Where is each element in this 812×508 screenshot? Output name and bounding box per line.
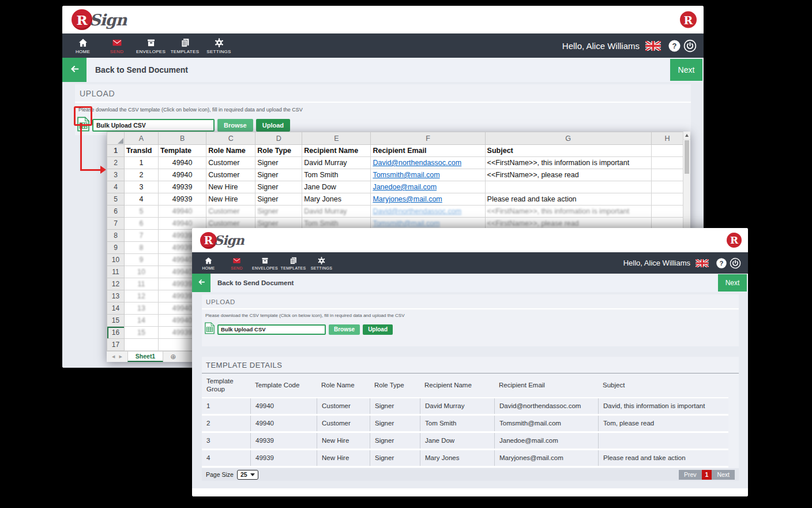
sheet-cell[interactable]: 6 xyxy=(125,218,159,230)
scrollbar-up-icon[interactable] xyxy=(683,132,690,140)
next-page-button[interactable]: Next xyxy=(712,470,735,480)
column-header-C[interactable]: C xyxy=(206,132,255,145)
sheet-cell[interactable]: 49940 xyxy=(159,206,206,218)
row-header-3[interactable]: 3 xyxy=(107,169,125,181)
sheet-cell[interactable]: 49940 xyxy=(159,157,206,169)
sheet-cell[interactable]: <<FirstName>>, this information is impor… xyxy=(485,206,651,218)
scrollbar-thumb[interactable] xyxy=(685,140,689,174)
column-header-D[interactable]: D xyxy=(255,132,302,145)
power-icon[interactable] xyxy=(683,39,697,53)
uk-flag-icon[interactable] xyxy=(696,259,709,267)
back-button[interactable] xyxy=(192,274,210,292)
sheet-cell[interactable]: Signer xyxy=(255,193,302,206)
column-header-B[interactable]: B xyxy=(159,132,206,145)
sheet-cell[interactable] xyxy=(651,169,683,181)
bulk-upload-filename-input[interactable] xyxy=(217,324,326,335)
sheet-cell[interactable]: Customer xyxy=(206,206,255,218)
browse-button[interactable]: Browse xyxy=(329,324,360,335)
row-header-8[interactable]: 8 xyxy=(107,230,125,242)
help-icon[interactable]: ? xyxy=(668,39,681,53)
sheet-tab-sheet1[interactable]: Sheet1 xyxy=(127,352,163,362)
row-header-11[interactable]: 11 xyxy=(107,266,125,278)
nav-item-home[interactable]: HOME xyxy=(194,252,223,274)
row-header-15[interactable]: 15 xyxy=(107,315,125,327)
bulk-upload-filename-input[interactable] xyxy=(92,119,215,132)
sheet-cell[interactable]: Template xyxy=(159,145,206,157)
sheet-cell[interactable]: David Murray xyxy=(302,157,371,169)
upload-button[interactable]: Upload xyxy=(363,324,393,335)
row-header-7[interactable]: 7 xyxy=(107,218,125,230)
sheet-cell[interactable]: Signer xyxy=(255,206,302,218)
sheet-cell[interactable]: Maryjones@mail.com xyxy=(371,193,485,206)
sheet-cell[interactable]: Subject xyxy=(485,145,651,157)
row-header-6[interactable]: 6 xyxy=(107,206,125,218)
column-header-E[interactable]: E xyxy=(302,132,371,145)
power-icon[interactable] xyxy=(730,257,741,269)
sheet-cell[interactable]: Recipient Email xyxy=(371,145,485,157)
nav-item-envelopes[interactable]: ENVELOPES xyxy=(134,33,168,58)
sheet-cell[interactable]: 2 xyxy=(125,169,159,181)
sheet-cell[interactable] xyxy=(651,157,683,169)
row-header-13[interactable]: 13 xyxy=(107,290,125,302)
select-all-cell[interactable] xyxy=(107,132,125,145)
row-header-9[interactable]: 9 xyxy=(107,242,125,254)
prev-page-button[interactable]: Prev xyxy=(679,470,702,480)
sheet-cell[interactable]: David Murray xyxy=(302,206,371,218)
sheet-cell[interactable]: Signer xyxy=(255,157,302,169)
row-header-14[interactable]: 14 xyxy=(107,302,125,315)
sheet-cell[interactable] xyxy=(651,181,683,193)
page-size-select[interactable]: 25 xyxy=(237,470,258,480)
sheet-cell[interactable]: Signer xyxy=(255,169,302,181)
nav-item-templates[interactable]: TEMPLATES xyxy=(168,33,202,58)
column-header-H[interactable]: H xyxy=(651,132,683,145)
sheet-cell[interactable]: <<FirstName>>, this information is impor… xyxy=(485,157,651,169)
sheet-cell[interactable]: Role Type xyxy=(255,145,302,157)
sheet-cell[interactable]: Recipient Name xyxy=(302,145,371,157)
tab-nav-right-icon[interactable]: ▶ xyxy=(119,354,122,359)
sheet-cell[interactable]: Tomsmith@mail.com xyxy=(371,169,485,181)
sheet-cell[interactable]: Jane Dow xyxy=(302,181,371,193)
sheet-cell[interactable]: 11 xyxy=(125,278,159,290)
row-header-5[interactable]: 5 xyxy=(107,193,125,206)
sheet-cell[interactable]: 14 xyxy=(125,315,159,327)
sheet-cell[interactable]: 4 xyxy=(125,193,159,206)
next-button[interactable]: Next xyxy=(718,274,747,292)
sheet-cell[interactable]: 15 xyxy=(125,327,159,339)
sheet-cell[interactable] xyxy=(651,193,683,206)
sheet-cell[interactable]: 49939 xyxy=(159,193,206,206)
sheet-cell[interactable]: Signer xyxy=(255,181,302,193)
sheet-cell[interactable]: 12 xyxy=(125,290,159,302)
sheet-tab-nav[interactable]: ◀ ▶ xyxy=(107,352,127,362)
sheet-cell[interactable]: 7 xyxy=(125,230,159,242)
sheet-cell[interactable]: Customer xyxy=(206,157,255,169)
add-sheet-icon[interactable]: ⊕ xyxy=(170,352,176,362)
sheet-cell[interactable]: 13 xyxy=(125,302,159,315)
sheet-cell[interactable]: David@northendassoc.com xyxy=(371,157,485,169)
nav-item-send[interactable]: SEND xyxy=(223,252,251,274)
csv-file-icon[interactable] xyxy=(205,322,215,337)
sheet-cell[interactable]: TransId xyxy=(125,145,159,157)
sheet-cell[interactable]: Tom Smith xyxy=(302,169,371,181)
sheet-cell[interactable]: 49939 xyxy=(159,181,206,193)
row-header-17[interactable]: 17 xyxy=(107,339,125,351)
sheet-cell[interactable]: Customer xyxy=(206,169,255,181)
sheet-cell[interactable]: David@northendassoc.com xyxy=(371,206,485,218)
upload-button[interactable]: Upload xyxy=(256,119,290,132)
row-header-2[interactable]: 2 xyxy=(107,157,125,169)
row-header-10[interactable]: 10 xyxy=(107,254,125,266)
column-header-A[interactable]: A xyxy=(125,132,159,145)
sheet-cell[interactable]: 49940 xyxy=(159,169,206,181)
sheet-cell[interactable]: 1 xyxy=(125,157,159,169)
sheet-cell[interactable] xyxy=(485,181,651,193)
nav-item-templates[interactable]: TEMPLATES xyxy=(279,252,307,274)
sheet-cell[interactable]: New Hire xyxy=(206,181,255,193)
nav-item-settings[interactable]: SETTINGS xyxy=(307,252,336,274)
sheet-cell[interactable]: Janedoe@mail.com xyxy=(371,181,485,193)
row-header-4[interactable]: 4 xyxy=(107,181,125,193)
column-header-F[interactable]: F xyxy=(371,132,485,145)
sheet-cell[interactable]: 10 xyxy=(125,266,159,278)
nav-item-settings[interactable]: SETTINGS xyxy=(202,33,236,58)
sheet-cell[interactable] xyxy=(125,339,159,351)
row-header-1[interactable]: 1 xyxy=(107,145,125,157)
sheet-cell[interactable]: 5 xyxy=(125,206,159,218)
